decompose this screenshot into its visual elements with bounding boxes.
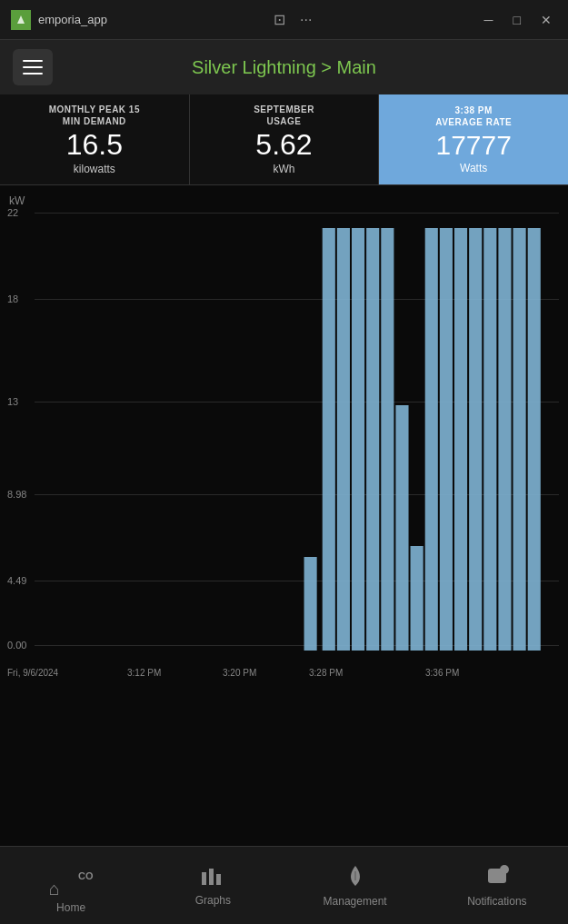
y-axis-label: kW bbox=[9, 194, 25, 207]
x-label-312: 3:12 PM bbox=[127, 668, 161, 678]
svg-rect-6 bbox=[366, 228, 379, 651]
main-content: Silver Lightning > Main MONTHLY PEAK 15M… bbox=[0, 40, 568, 924]
stat-september-usage-unit: kWh bbox=[274, 163, 295, 175]
nav-notifications-label: Notifications bbox=[467, 895, 526, 908]
y-tick-18: 18 bbox=[7, 293, 18, 304]
titlebar-left: emporia_app bbox=[11, 10, 107, 30]
nav-item-graphs[interactable]: Graphs bbox=[142, 847, 284, 924]
titlebar: emporia_app ⊡ ··· ─ □ ✕ bbox=[0, 0, 568, 40]
svg-rect-11 bbox=[440, 228, 453, 651]
x-label-date: Fri, 9/6/2024 bbox=[7, 668, 58, 678]
hamburger-line-2 bbox=[23, 66, 43, 68]
svg-rect-15 bbox=[498, 228, 511, 651]
y-tick-13: 13 bbox=[7, 396, 18, 407]
svg-rect-5 bbox=[352, 228, 364, 651]
nav-home-label: Home bbox=[56, 901, 85, 914]
stats-row: MONTHLY PEAK 15MIN DEMAND 16.5 kilowatts… bbox=[0, 94, 568, 185]
stat-september-usage: SEPTEMBERUSAGE 5.62 kWh bbox=[190, 94, 380, 184]
maximize-button[interactable]: □ bbox=[508, 11, 526, 29]
svg-rect-12 bbox=[454, 228, 467, 651]
pin-button[interactable]: ⊡ bbox=[274, 11, 285, 28]
header: Silver Lightning > Main bbox=[0, 40, 568, 94]
svg-rect-13 bbox=[469, 228, 482, 651]
menu-button[interactable] bbox=[13, 49, 53, 85]
nav-management-label: Management bbox=[324, 895, 387, 908]
more-button[interactable]: ··· bbox=[300, 11, 312, 28]
svg-rect-9 bbox=[411, 546, 424, 651]
minimize-button[interactable]: ─ bbox=[479, 11, 499, 29]
x-label-320: 3:20 PM bbox=[223, 668, 256, 678]
svg-rect-19 bbox=[209, 869, 214, 885]
svg-rect-17 bbox=[528, 228, 541, 651]
window-controls: ─ □ ✕ bbox=[479, 11, 557, 29]
svg-rect-8 bbox=[395, 405, 408, 651]
graphs-icon bbox=[200, 865, 225, 890]
nav-item-management[interactable]: Management bbox=[284, 847, 426, 924]
page-title: Silver Lightning > Main bbox=[192, 57, 376, 78]
bottom-nav: CO ⌂ Home Graphs Management bbox=[0, 846, 568, 924]
stat-average-rate-label: 3:38 PMAVERAGE RATE bbox=[435, 104, 512, 128]
stat-average-rate-unit: Watts bbox=[460, 162, 487, 174]
stat-peak-demand: MONTHLY PEAK 15MIN DEMAND 16.5 kilowatts bbox=[0, 94, 190, 184]
stat-peak-demand-value: 16.5 bbox=[66, 129, 123, 161]
stat-september-usage-value: 5.62 bbox=[255, 129, 312, 161]
x-label-328: 3:28 PM bbox=[309, 668, 343, 678]
svg-point-23 bbox=[500, 865, 509, 874]
nav-item-notifications[interactable]: Notifications bbox=[426, 847, 568, 924]
svg-rect-16 bbox=[513, 228, 526, 651]
app-icon bbox=[11, 10, 31, 30]
app-name-label: emporia_app bbox=[38, 13, 107, 26]
svg-rect-2 bbox=[304, 557, 317, 651]
stat-september-usage-label: SEPTEMBERUSAGE bbox=[254, 104, 314, 127]
svg-rect-14 bbox=[483, 228, 496, 651]
notifications-icon bbox=[484, 864, 510, 891]
svg-rect-10 bbox=[425, 228, 438, 651]
stat-peak-demand-label: MONTHLY PEAK 15MIN DEMAND bbox=[49, 104, 140, 127]
y-tick-898: 8.98 bbox=[7, 489, 26, 500]
close-button[interactable]: ✕ bbox=[535, 11, 557, 29]
chart-svg bbox=[38, 205, 561, 651]
svg-rect-7 bbox=[381, 228, 394, 651]
hamburger-line-3 bbox=[23, 73, 43, 75]
y-tick-22: 22 bbox=[7, 207, 18, 218]
hamburger-line-1 bbox=[23, 60, 43, 62]
x-label-336: 3:36 PM bbox=[425, 668, 459, 678]
y-tick-449: 4.49 bbox=[7, 575, 26, 586]
svg-rect-4 bbox=[337, 228, 350, 651]
management-icon bbox=[344, 864, 367, 891]
stat-average-rate-value: 17777 bbox=[435, 130, 511, 160]
svg-rect-18 bbox=[202, 872, 206, 885]
chart-container: kW 22 18 13 8.98 4.49 0.00 bbox=[0, 185, 568, 694]
stat-peak-demand-unit: kilowatts bbox=[74, 163, 115, 175]
titlebar-center: ⊡ ··· bbox=[274, 11, 312, 28]
stat-average-rate: 3:38 PMAVERAGE RATE 17777 Watts bbox=[379, 94, 568, 184]
y-tick-0: 0.00 bbox=[7, 640, 26, 651]
nav-graphs-label: Graphs bbox=[195, 894, 231, 907]
nav-item-home[interactable]: CO ⌂ Home bbox=[0, 847, 142, 924]
chart-area: kW 22 18 13 8.98 4.49 0.00 bbox=[0, 185, 568, 880]
svg-rect-3 bbox=[323, 228, 335, 651]
svg-rect-20 bbox=[216, 874, 221, 885]
home-icon: CO ⌂ bbox=[49, 858, 94, 898]
